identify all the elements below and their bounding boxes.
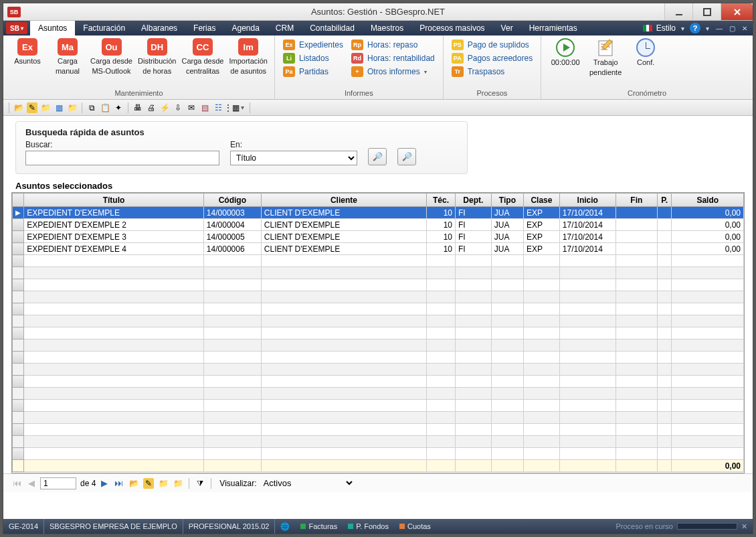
col-inicio[interactable]: Inicio (559, 194, 616, 207)
paste-icon[interactable]: 📋 (100, 102, 110, 113)
badge-icon: Tr (452, 66, 464, 77)
edit-icon[interactable]: ✎ (27, 102, 37, 113)
pager-folder-icon[interactable]: 📁 (158, 478, 169, 489)
export-icon[interactable]: ⇩ (173, 102, 183, 113)
ribbon-link-pagos-acreedores[interactable]: PAPagos acreedores (452, 53, 533, 64)
menu-tab-maestros[interactable]: Maestros (363, 21, 411, 35)
menu-tab-ver[interactable]: Ver (493, 21, 521, 35)
folder2-icon[interactable]: 📁 (67, 102, 78, 113)
col-tipo[interactable]: Tipo (491, 194, 523, 207)
crono-time: 00:00:00 (551, 58, 580, 67)
play-icon (556, 38, 575, 57)
minimize-button[interactable] (664, 3, 692, 20)
folder-user-icon[interactable]: 📁 (40, 102, 51, 113)
ribbon-link-otros-informes[interactable]: +Otros informes ▾ (351, 66, 435, 77)
help-button[interactable]: ? (690, 23, 700, 33)
visualizar-select[interactable]: Activos (261, 477, 355, 489)
menu-tab-ferias[interactable]: Ferias (185, 21, 223, 35)
mail-icon[interactable]: ✉ (186, 102, 197, 113)
list-icon[interactable]: ☷ (213, 102, 223, 113)
en-select[interactable]: Título (230, 151, 357, 165)
config-icon[interactable]: ⋮▦ (226, 102, 237, 113)
menu-tab-agenda[interactable]: Agenda (223, 21, 267, 35)
svg-rect-1 (704, 9, 711, 15)
col-fin[interactable]: Fin (616, 194, 657, 207)
ribbon-dh-button[interactable]: DHDistribuciónde horas (135, 38, 179, 75)
col-téc.[interactable]: Téc. (427, 194, 456, 207)
grid-title: Asuntos seleccionados (15, 181, 753, 191)
table-row[interactable]: EXPEDIENT D'EXEMPLE 214/000004CLIENT D'E… (13, 219, 744, 231)
ribbon-group-informes: ExExpedientesLiListadosPaPartidas RpHora… (275, 35, 444, 99)
menu-tab-herramientas[interactable]: Herramientas (521, 21, 585, 35)
ribbon-link-expedientes[interactable]: ExExpedientes (283, 40, 343, 50)
table-row[interactable]: EXPEDIENT D'EXEMPLE 314/000005CLIENT D'E… (13, 231, 744, 243)
col-cliente[interactable]: Cliente (261, 194, 426, 207)
pager-folder2-icon[interactable]: 📁 (173, 478, 183, 489)
ribbon-im-button[interactable]: ImImportaciónde asuntos (226, 38, 270, 75)
table-row-empty (13, 327, 744, 339)
results-grid[interactable]: TítuloCódigoClienteTéc.Dept.TipoClaseIni… (11, 192, 745, 473)
ribbon-ex-button[interactable]: ExAsuntos (7, 38, 48, 66)
col-código[interactable]: Código (203, 194, 261, 207)
clock-icon (636, 38, 655, 57)
buscar-input[interactable] (25, 151, 219, 165)
print2-icon[interactable]: 🖨 (146, 102, 157, 113)
col-título[interactable]: Título (24, 194, 204, 207)
menu-tab-procesos masivos[interactable]: Procesos masivos (411, 21, 492, 35)
table-row-empty (13, 279, 744, 291)
ribbon-link-pago-de-suplidos[interactable]: PSPago de suplidos (452, 40, 533, 50)
pager-open-icon[interactable]: 📂 (128, 478, 139, 489)
ribbon-link-horas-rentabilidad[interactable]: RdHoras: rentabilidad (351, 53, 435, 64)
pager-current-input[interactable] (40, 477, 76, 489)
app-menu-button[interactable]: SB (6, 22, 27, 34)
menu-tab-facturación[interactable]: Facturación (75, 21, 133, 35)
pager-prev[interactable]: ◀ (27, 478, 36, 488)
pager-next[interactable]: ▶ (100, 478, 109, 488)
led-pfondos-icon (348, 524, 353, 529)
mdi-minimize-icon[interactable]: — (715, 25, 724, 32)
col-clase[interactable]: Clase (524, 194, 560, 207)
badge-icon: Ex (283, 40, 295, 50)
crono-play-button[interactable]: 00:00:00 (545, 38, 585, 67)
col-p.[interactable]: P. (657, 194, 671, 207)
flag-icon (643, 25, 652, 31)
pager-edit-icon[interactable]: ✎ (143, 478, 154, 489)
filter-icon[interactable]: ⧩ (195, 478, 205, 489)
folder-open-icon[interactable]: 📂 (13, 102, 24, 113)
col-dept.[interactable]: Dept. (456, 194, 492, 207)
maximize-button[interactable] (692, 3, 721, 20)
table-row[interactable]: EXPEDIENT D'EXEMPLE 414/000006CLIENT D'E… (13, 243, 744, 255)
status-cancel-icon[interactable]: ✕ (741, 522, 747, 531)
pager-first[interactable]: ⏮ (11, 478, 23, 488)
badge-icon: CC (193, 38, 213, 56)
en-label: En: (230, 140, 357, 149)
search-button[interactable]: 🔎 (368, 148, 387, 165)
sheet-icon[interactable]: ▤ (199, 102, 210, 113)
ribbon-cc-button[interactable]: CCCarga desdecentralitas (179, 38, 226, 75)
menu-tab-contabilidad[interactable]: Contabilidad (302, 21, 363, 35)
form-icon[interactable]: ▦ (54, 102, 64, 113)
crono-conf-button[interactable]: Conf. (626, 38, 666, 67)
menu-tab-albaranes[interactable]: Albaranes (133, 21, 185, 35)
magic-icon[interactable]: ✦ (113, 102, 124, 113)
menu-tab-asuntos[interactable]: Asuntos (30, 21, 75, 35)
copy-icon[interactable]: ⧉ (86, 102, 97, 113)
ribbon-ou-button[interactable]: OuCarga desdeMS-Outlook (88, 38, 135, 75)
menu-tab-crm[interactable]: CRM (268, 21, 302, 35)
ribbon-link-listados[interactable]: LiListados (283, 53, 343, 64)
bolt-icon[interactable]: ⚡ (159, 102, 170, 113)
ribbon-link-horas-repaso[interactable]: RpHoras: repaso (351, 40, 435, 50)
mdi-restore-icon[interactable]: ▢ (728, 25, 737, 32)
ribbon-link-partidas[interactable]: PaPartidas (283, 66, 343, 77)
pager-last[interactable]: ⏭ (113, 478, 124, 488)
style-menu[interactable]: Estilo (656, 23, 676, 33)
print-icon[interactable]: 🖶 (132, 102, 143, 113)
search-clear-button[interactable]: 🔎 (397, 148, 416, 165)
table-row[interactable]: ▶EXPEDIENT D'EXEMPLE14/000003CLIENT D'EX… (13, 207, 744, 219)
close-button[interactable] (721, 3, 753, 20)
ribbon-ma-button[interactable]: MaCargamanual (48, 38, 88, 75)
trabajo-pendiente-button[interactable]: Trabajo pendiente (585, 38, 626, 76)
ribbon-link-traspasos[interactable]: TrTraspasos (452, 66, 533, 77)
mdi-close-icon[interactable]: ✕ (741, 25, 749, 32)
col-saldo[interactable]: Saldo (672, 194, 744, 207)
